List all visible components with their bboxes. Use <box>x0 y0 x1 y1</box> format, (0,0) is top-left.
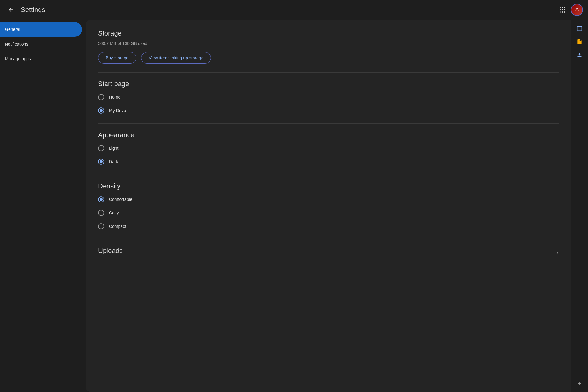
header: Settings A <box>0 0 588 20</box>
header-left: Settings <box>5 4 45 16</box>
appearance-dark-radio-inner <box>100 160 103 163</box>
density-comfortable-radio[interactable] <box>98 196 104 202</box>
density-comfortable-label: Comfortable <box>109 197 132 202</box>
density-cozy-option[interactable]: Cozy <box>98 207 559 218</box>
appearance-title: Appearance <box>98 131 559 139</box>
start-page-section: Start page Home My Drive <box>98 80 559 116</box>
divider-1 <box>98 72 559 73</box>
density-compact-label: Compact <box>109 224 126 229</box>
calendar-icon[interactable] <box>573 22 586 34</box>
start-page-title: Start page <box>98 80 559 88</box>
storage-title: Storage <box>98 29 559 37</box>
sidebar-item-general[interactable]: General <box>0 22 82 37</box>
start-page-home-label: Home <box>109 95 120 100</box>
storage-subtitle: 560.7 MB of 100 GB used <box>98 41 559 46</box>
appearance-light-label: Light <box>109 146 118 151</box>
appearance-dark-label: Dark <box>109 159 118 164</box>
uploads-title: Uploads <box>98 247 123 255</box>
view-items-button[interactable]: View items taking up storage <box>141 52 211 64</box>
sidebar-item-label-general: General <box>5 27 20 32</box>
divider-3 <box>98 175 559 175</box>
uploads-row[interactable]: Uploads › <box>98 247 559 258</box>
appearance-light-radio[interactable] <box>98 145 104 151</box>
density-compact-option[interactable]: Compact <box>98 221 559 232</box>
appearance-dark-option[interactable]: Dark <box>98 156 559 167</box>
right-panel: + <box>571 20 588 392</box>
density-title: Density <box>98 182 559 190</box>
density-compact-radio[interactable] <box>98 223 104 229</box>
density-comfortable-radio-inner <box>100 198 103 201</box>
storage-buttons: Buy storage View items taking up storage <box>98 52 559 64</box>
apps-grid-button[interactable] <box>556 4 568 16</box>
start-page-home-option[interactable]: Home <box>98 92 559 103</box>
sidebar-item-manage-apps[interactable]: Manage apps <box>0 51 82 66</box>
add-panel-button[interactable]: + <box>573 377 586 390</box>
divider-2 <box>98 123 559 124</box>
tasks-icon[interactable] <box>573 36 586 48</box>
start-page-mydrive-label: My Drive <box>109 108 126 113</box>
density-cozy-radio[interactable] <box>98 210 104 216</box>
storage-section: Storage 560.7 MB of 100 GB used Buy stor… <box>98 29 559 64</box>
density-section: Density Comfortable Cozy Compact <box>98 182 559 232</box>
appearance-section: Appearance Light Dark <box>98 131 559 167</box>
uploads-chevron-icon: › <box>557 250 559 256</box>
sidebar-item-label-notifications: Notifications <box>5 42 28 47</box>
header-right: A <box>556 4 583 16</box>
appearance-light-option[interactable]: Light <box>98 143 559 154</box>
start-page-mydrive-radio-inner <box>100 109 103 112</box>
density-comfortable-option[interactable]: Comfortable <box>98 194 559 205</box>
sidebar-item-notifications[interactable]: Notifications <box>0 37 82 51</box>
grid-dots-icon <box>560 7 565 13</box>
divider-4 <box>98 239 559 239</box>
sidebar: General Notifications Manage apps <box>0 20 86 392</box>
back-button[interactable] <box>5 4 17 16</box>
page-title: Settings <box>21 6 45 14</box>
content-area: Storage 560.7 MB of 100 GB used Buy stor… <box>86 20 571 392</box>
start-page-home-radio[interactable] <box>98 94 104 100</box>
appearance-dark-radio[interactable] <box>98 159 104 165</box>
buy-storage-button[interactable]: Buy storage <box>98 52 136 64</box>
start-page-mydrive-radio[interactable] <box>98 107 104 114</box>
contacts-icon[interactable] <box>573 49 586 61</box>
density-radio-group: Comfortable Cozy Compact <box>98 194 559 232</box>
avatar[interactable]: A <box>571 4 583 16</box>
uploads-section: Uploads › <box>98 247 559 258</box>
appearance-radio-group: Light Dark <box>98 143 559 167</box>
density-cozy-label: Cozy <box>109 210 119 215</box>
sidebar-item-label-manage-apps: Manage apps <box>5 56 31 61</box>
start-page-mydrive-option[interactable]: My Drive <box>98 105 559 116</box>
main-layout: General Notifications Manage apps Storag… <box>0 20 588 392</box>
start-page-radio-group: Home My Drive <box>98 92 559 116</box>
